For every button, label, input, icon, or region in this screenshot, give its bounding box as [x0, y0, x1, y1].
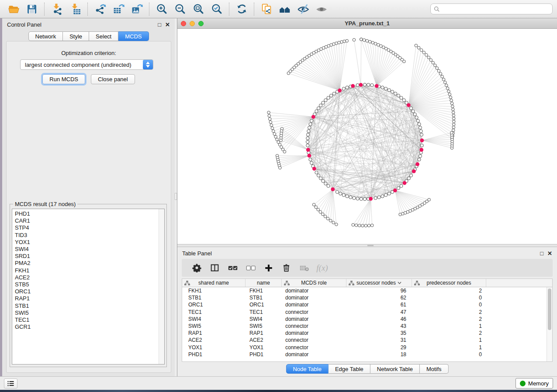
table-panel-header: Table Panel □ ✕ [177, 247, 557, 259]
table-row[interactable]: TEC1TEC1connector472 [182, 309, 547, 316]
dropdown-stepper-icon [143, 60, 153, 69]
split-grip[interactable] [367, 245, 374, 246]
memory-button[interactable]: Memory [515, 378, 553, 389]
optimization-criterion-dropdown[interactable]: largest connected component (undirected) [20, 59, 153, 70]
show-all-button[interactable] [312, 2, 331, 17]
main-toolbar [0, 0, 557, 18]
list-item[interactable]: ORC1 [15, 288, 159, 295]
result-list-scrollbar[interactable] [159, 209, 164, 364]
table-row[interactable]: SWI4SWI4dominator462 [182, 316, 547, 323]
table-options-button[interactable] [189, 261, 205, 275]
list-item[interactable]: STB1 [15, 303, 159, 309]
float-panel-icon[interactable]: □ [540, 251, 543, 256]
close-panel-icon[interactable]: ✕ [547, 251, 552, 256]
list-item[interactable]: CAR1 [15, 217, 159, 224]
table-toolbar: f(x) [182, 259, 553, 277]
column-header-shared-name[interactable]: shared name [182, 279, 246, 287]
select-all-icon [228, 264, 238, 272]
search-input[interactable] [442, 6, 549, 12]
new-network-from-selection-button[interactable] [257, 2, 276, 17]
list-item[interactable]: SWI5 [15, 309, 159, 316]
hide-selected-button[interactable] [294, 2, 312, 17]
list-item[interactable]: ACE2 [15, 274, 159, 281]
save-session-button[interactable] [23, 2, 41, 17]
column-header-successor-nodes[interactable]: successor nodes [346, 279, 412, 287]
table-cell: 47 [346, 309, 412, 315]
tab-select[interactable]: Select [89, 31, 118, 41]
table-scrollbar[interactable] [547, 287, 552, 361]
column-header-name[interactable]: name [246, 279, 282, 287]
table-row[interactable]: YOX1YOX1connector291 [182, 344, 547, 351]
list-item[interactable]: YOX1 [15, 239, 159, 246]
list-item[interactable]: SRD1 [15, 253, 159, 260]
add-column-button[interactable] [260, 261, 277, 275]
export-network-button[interactable] [91, 2, 109, 17]
list-item[interactable]: FKH1 [15, 267, 159, 274]
list-item[interactable]: PMA2 [15, 260, 159, 267]
control-panel-tabs: Network Style Select MCDS [28, 31, 149, 41]
tab-network-table[interactable]: Network Table [370, 364, 420, 374]
horizontal-split-divider[interactable] [177, 244, 557, 247]
run-mcds-button[interactable]: Run MCDS [42, 74, 85, 84]
tab-motifs[interactable]: Motifs [420, 364, 449, 374]
list-item[interactable]: PHD1 [15, 210, 159, 217]
tab-style[interactable]: Style [63, 31, 89, 41]
zoom-in-button[interactable] [152, 2, 171, 17]
table-row[interactable]: FKH1FKH1dominator962 [182, 287, 547, 294]
table-cell: 96 [346, 288, 412, 294]
column-header-predecessor-nodes[interactable]: predecessor nodes [412, 279, 486, 287]
hide-selected-eye-icon [297, 3, 309, 15]
network-nodes [267, 38, 455, 227]
list-item[interactable]: RAP1 [15, 295, 159, 302]
scrollbar-thumb[interactable] [548, 289, 551, 330]
tab-network[interactable]: Network [28, 31, 63, 41]
table-row[interactable]: RAP1RAP1dominator352 [182, 330, 547, 337]
delete-column-button[interactable] [278, 261, 294, 275]
list-item[interactable]: STP4 [15, 224, 159, 231]
search-box[interactable] [430, 3, 553, 14]
show-columns-button[interactable] [207, 261, 223, 275]
delete-table-button-disabled [296, 261, 312, 275]
memory-status-dot [520, 381, 526, 386]
table-cell: 2 [412, 288, 486, 294]
float-panel-icon[interactable]: □ [158, 22, 161, 28]
first-neighbors-button[interactable] [276, 2, 294, 17]
open-session-button[interactable] [4, 2, 23, 17]
table-row[interactable]: STB1STB1dominator620 [182, 294, 547, 301]
list-item[interactable]: TID3 [15, 232, 159, 239]
network-window-titlebar[interactable]: YPA_prune.txt_1 [177, 18, 557, 29]
deselect-all-button[interactable] [242, 261, 259, 275]
mcds-result-list[interactable]: PHD1CAR1STP4TID3YOX1SWI4SRD1PMA2FKH1ACE2… [12, 209, 165, 364]
apply-layout-button[interactable] [232, 2, 251, 17]
zoom-selected-button[interactable] [208, 2, 226, 17]
network-view-window: YPA_prune.txt_1 [177, 18, 557, 244]
zoom-out-button[interactable] [171, 2, 189, 17]
close-panel-button[interactable]: Close panel [91, 74, 135, 84]
network-canvas[interactable] [177, 29, 557, 244]
table-cell: 43 [346, 323, 412, 329]
table-row[interactable]: PHD1PHD1dominator180 [182, 351, 547, 358]
task-history-button[interactable] [4, 378, 17, 389]
table-cell: 18 [346, 351, 412, 358]
mcds-result-title: MCDS result (17 nodes) [13, 201, 77, 207]
list-item[interactable]: SWI4 [15, 246, 159, 253]
import-network-button[interactable] [48, 2, 66, 17]
column-header-mcds-role[interactable]: MCDS role [282, 279, 346, 287]
tab-mcds[interactable]: MCDS [118, 31, 149, 41]
select-all-button[interactable] [225, 261, 241, 275]
tab-node-table[interactable]: Node Table [286, 364, 329, 374]
table-row[interactable]: ORC1ORC1dominator610 [182, 301, 547, 308]
zoom-selected-icon [211, 3, 223, 15]
list-item[interactable]: STB5 [15, 281, 159, 288]
split-grip[interactable] [175, 193, 177, 200]
export-image-button[interactable] [128, 2, 146, 17]
zoom-fit-button[interactable] [189, 2, 208, 17]
tab-edge-table[interactable]: Edge Table [329, 364, 370, 374]
export-table-button[interactable] [109, 2, 128, 17]
table-row[interactable]: ACE2ACE2connector311 [182, 337, 547, 344]
list-item[interactable]: TEC1 [15, 316, 159, 323]
import-table-button[interactable] [66, 2, 84, 17]
list-item[interactable]: GCR1 [15, 323, 159, 330]
table-row[interactable]: SWI5SWI5connector431 [182, 323, 547, 330]
close-panel-icon[interactable]: ✕ [165, 22, 170, 28]
